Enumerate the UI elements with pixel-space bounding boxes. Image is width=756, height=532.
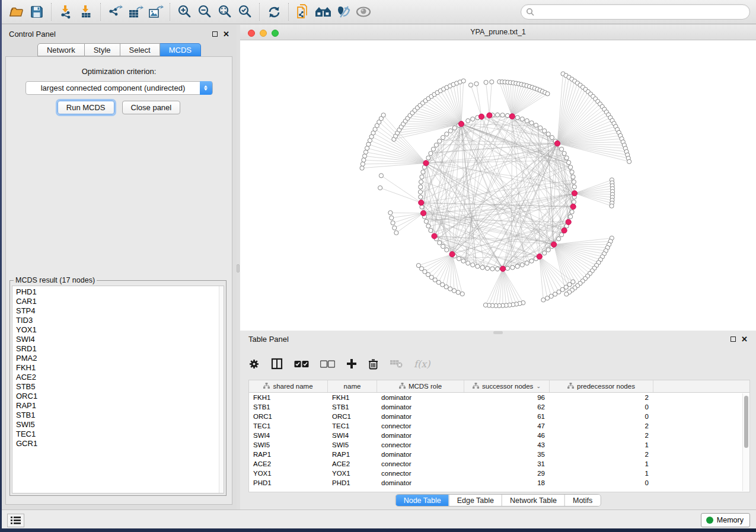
tab-edge-table[interactable]: Edge Table — [449, 495, 502, 506]
cell-role[interactable]: dominator — [377, 393, 464, 402]
mcds-result-item[interactable]: SRD1 — [12, 344, 224, 354]
cell-name[interactable]: FKH1 — [328, 393, 377, 402]
zoom-fit-icon[interactable] — [215, 3, 235, 21]
optimization-criterion-select[interactable]: largest connected component (undirected) — [25, 81, 213, 95]
cell-predecessors[interactable]: 0 — [550, 412, 653, 421]
open-session-icon[interactable] — [7, 3, 27, 21]
first-neighbors-icon[interactable] — [313, 3, 333, 21]
cell-shared_name[interactable]: SWI4 — [249, 431, 328, 440]
cell-name[interactable]: RAP1 — [328, 450, 377, 459]
cell-shared_name[interactable]: SWI5 — [249, 440, 328, 450]
cell-shared_name[interactable]: PHD1 — [249, 478, 328, 488]
cell-predecessors[interactable]: 1 — [550, 440, 653, 450]
cell-successors[interactable]: 29 — [464, 469, 550, 478]
node-table[interactable]: shared namenameMCDS rolesuccessor nodes⌄… — [248, 380, 750, 492]
table-row[interactable]: TEC1TEC1connector472 — [249, 421, 749, 431]
cell-shared_name[interactable]: TEC1 — [249, 421, 328, 431]
import-table-icon[interactable] — [76, 3, 96, 21]
clone-network-icon[interactable] — [293, 3, 313, 21]
cell-name[interactable]: YOX1 — [328, 469, 377, 478]
mcds-result-item[interactable]: ACE2 — [12, 373, 224, 382]
zoom-out-icon[interactable] — [194, 3, 215, 21]
table-row[interactable]: PHD1PHD1dominator180 — [249, 478, 749, 488]
memory-button[interactable]: Memory — [701, 513, 750, 527]
splitter-grip[interactable] — [237, 264, 240, 273]
select-all-columns-icon[interactable] — [294, 360, 309, 368]
cell-shared_name[interactable]: ORC1 — [249, 412, 328, 421]
cell-successors[interactable]: 35 — [464, 450, 550, 459]
cell-role[interactable]: connector — [377, 440, 464, 450]
mcds-result-item[interactable]: STB1 — [12, 411, 224, 420]
network-view[interactable] — [240, 40, 756, 331]
cell-predecessors[interactable]: 2 — [550, 450, 653, 459]
task-history-button[interactable] — [7, 514, 24, 527]
mcds-result-item[interactable]: STP4 — [12, 306, 224, 316]
tab-mcds[interactable]: MCDS — [160, 43, 201, 56]
close-panel-button[interactable]: Close panel — [122, 101, 181, 114]
show-all-icon[interactable] — [353, 3, 374, 21]
mcds-result-item[interactable]: FKH1 — [12, 363, 224, 373]
close-table-panel-icon[interactable]: ✕ — [741, 336, 748, 342]
cell-predecessors[interactable]: 2 — [550, 393, 653, 402]
cell-role[interactable]: connector — [377, 459, 464, 469]
zoom-selected-icon[interactable] — [235, 3, 255, 21]
close-panel-icon[interactable]: ✕ — [223, 31, 229, 37]
column-header-name[interactable]: name — [328, 380, 377, 392]
tab-motifs[interactable]: Motifs — [564, 495, 600, 506]
search-input[interactable] — [534, 6, 749, 18]
mcds-result-item[interactable]: PMA2 — [12, 354, 224, 363]
refresh-layout-icon[interactable] — [264, 3, 284, 21]
hide-selected-icon[interactable] — [333, 3, 353, 21]
cell-successors[interactable]: 43 — [464, 440, 550, 450]
export-table-icon[interactable] — [125, 3, 145, 21]
table-row[interactable]: YOX1YOX1connector291 — [249, 469, 749, 478]
cell-successors[interactable]: 46 — [464, 431, 550, 440]
cell-successors[interactable]: 96 — [464, 393, 550, 402]
table-scrollbar[interactable] — [742, 393, 749, 491]
table-row[interactable]: SWI4SWI4dominator462 — [249, 431, 749, 440]
mcds-result-item[interactable]: CAR1 — [12, 297, 224, 306]
cell-successors[interactable]: 61 — [464, 412, 550, 421]
tab-node-table[interactable]: Node Table — [396, 495, 449, 506]
export-image-icon[interactable] — [145, 3, 165, 21]
table-settings-icon[interactable] — [248, 358, 260, 370]
column-header-successor-nodes[interactable]: successor nodes⌄ — [464, 380, 550, 392]
tab-style[interactable]: Style — [85, 43, 120, 56]
mcds-result-item[interactable]: SWI4 — [12, 335, 224, 344]
cell-predecessors[interactable]: 1 — [550, 469, 653, 478]
cell-predecessors[interactable]: 2 — [550, 431, 653, 440]
cell-predecessors[interactable]: 1 — [550, 459, 653, 469]
cell-name[interactable]: STB1 — [328, 402, 377, 412]
cell-shared_name[interactable]: YOX1 — [249, 469, 328, 478]
cell-shared_name[interactable]: RAP1 — [249, 450, 328, 459]
cell-name[interactable]: SWI4 — [328, 431, 377, 440]
cell-role[interactable]: dominator — [377, 478, 464, 488]
show-column-panel-icon[interactable] — [271, 358, 283, 370]
mcds-result-item[interactable]: SWI5 — [12, 420, 224, 430]
mcds-result-item[interactable]: TID3 — [12, 316, 224, 325]
mcds-list-scrollbar[interactable] — [219, 286, 224, 493]
float-table-panel-icon[interactable] — [731, 336, 736, 342]
cell-predecessors[interactable]: 2 — [550, 421, 653, 431]
cell-predecessors[interactable]: 0 — [550, 402, 653, 412]
horizontal-splitter-grip[interactable] — [493, 331, 503, 334]
cell-role[interactable]: dominator — [377, 402, 464, 412]
tab-select[interactable]: Select — [120, 43, 160, 56]
table-row[interactable]: FKH1FKH1dominator962 — [249, 393, 749, 402]
tab-network[interactable]: Network — [37, 43, 85, 56]
cell-successors[interactable]: 47 — [464, 421, 550, 431]
cell-predecessors[interactable]: 0 — [550, 478, 653, 488]
network-window-titlebar[interactable]: YPA_prune.txt_1 — [240, 25, 756, 40]
cell-role[interactable]: dominator — [377, 450, 464, 459]
table-row[interactable]: RAP1RAP1dominator352 — [249, 450, 749, 459]
table-scrollbar-thumb[interactable] — [744, 396, 748, 448]
delete-column-icon[interactable] — [368, 358, 378, 370]
network-graph[interactable] — [240, 40, 756, 331]
cell-successors[interactable]: 31 — [464, 459, 550, 469]
unselect-all-columns-icon[interactable] — [320, 360, 335, 368]
cell-shared_name[interactable]: STB1 — [249, 402, 328, 412]
mcds-result-item[interactable]: STB5 — [12, 382, 224, 392]
cell-name[interactable]: ORC1 — [328, 412, 377, 421]
cell-role[interactable]: connector — [377, 469, 464, 478]
float-panel-icon[interactable] — [212, 31, 218, 37]
